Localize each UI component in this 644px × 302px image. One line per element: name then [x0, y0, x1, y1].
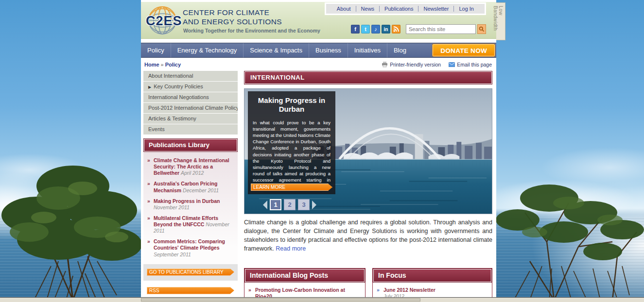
read-more-link[interactable]: Read more [276, 245, 306, 252]
background-trees-right [496, 174, 644, 302]
blog-box-header: International Blog Posts [244, 268, 365, 283]
go-to-publications-library-button[interactable]: GO TO PUBLICATIONS LIBRARY [147, 268, 234, 276]
slide-page-2[interactable]: 2 [284, 199, 296, 210]
nav-item-initiatives[interactable]: Initiatives [348, 43, 387, 57]
itunes-icon[interactable]: ♪ [371, 25, 380, 34]
main-column: INTERNATIONAL [244, 71, 492, 302]
slide-page-3[interactable]: 3 [298, 199, 310, 210]
logo-title-line1: CENTER FOR CLIMATE [183, 8, 282, 17]
bullet-icon: » [377, 287, 380, 294]
breadcrumb: Home»Policy [144, 62, 181, 67]
sidebar-item-international-negotiations[interactable]: International Negotiations [143, 92, 238, 102]
utility-link-about[interactable]: About [332, 6, 356, 12]
publication-date: December 2011 [183, 187, 219, 193]
feature-slider: Making Progress in Durban In what could … [244, 88, 492, 214]
printer-friendly-link[interactable]: Printer-friendly version [382, 62, 441, 67]
intro-paragraph: Climate change is a global challenge and… [244, 218, 492, 253]
publication-item: » Making Progress in Durban November 201… [147, 198, 235, 211]
slider-pagination: 1 2 3 [263, 199, 316, 210]
publication-link[interactable]: Common Metrics: Comparing Countries' Cli… [154, 238, 225, 251]
publications-list: » Climate Change & International Securit… [143, 152, 238, 264]
main-nav: Policy Energy & Technology Science & Imp… [141, 43, 496, 58]
in-focus-header: In Focus [373, 268, 492, 283]
bullet-icon: » [248, 287, 251, 294]
horizontal-scrollbar[interactable] [0, 297, 644, 302]
search-button[interactable] [477, 24, 486, 34]
breadcrumb-home-link[interactable]: Home [144, 62, 159, 67]
in-focus-link[interactable]: June 2012 Newsletter [383, 287, 435, 293]
nav-item-science-impacts[interactable]: Science & Impacts [243, 43, 309, 57]
publication-item: » Common Metrics: Comparing Countries' C… [147, 238, 235, 257]
rss-icon[interactable] [392, 25, 400, 34]
social-search-row: f t ♪ in [351, 24, 486, 34]
page-tools: Printer-friendly version Email this page [382, 62, 492, 67]
email-page-link[interactable]: Email this page [449, 62, 492, 67]
content-area: Home»Policy Printer-friendly version Ema… [141, 58, 496, 302]
bullet-icon: » [147, 238, 150, 245]
logo-acronym: C2ES [146, 14, 182, 29]
breadcrumb-row: Home»Policy Printer-friendly version Ema… [143, 62, 496, 67]
publication-link[interactable]: Making Progress in Durban [154, 198, 220, 204]
slide-overlay: Making Progress in Durban In what could … [248, 91, 335, 194]
twitter-icon[interactable]: t [361, 25, 370, 34]
breadcrumb-current[interactable]: Policy [165, 62, 181, 67]
donate-now-button[interactable]: DONATE NOW [433, 44, 495, 56]
slide-description: In what could prove to be a key transiti… [248, 114, 335, 189]
sidebar-item-articles-testimony[interactable]: Articles & Testimony [143, 114, 238, 124]
section-title: INTERNATIONAL [244, 71, 492, 84]
magnifier-icon [479, 26, 485, 32]
rss-button[interactable]: RSS [147, 287, 234, 294]
utility-nav: About News Publications Newsletter Log I… [325, 2, 486, 15]
expand-arrow-icon: ▶ [148, 85, 151, 89]
printer-icon [382, 62, 388, 67]
previous-slide-icon[interactable] [263, 201, 267, 209]
next-slide-icon[interactable] [312, 201, 316, 209]
nav-item-energy-technology[interactable]: Energy & Technology [171, 43, 244, 57]
go-strip: GO TO PUBLICATIONS LIBRARY [143, 264, 238, 281]
publication-date: April 2012 [181, 170, 204, 176]
background-trees-left [0, 159, 141, 302]
scrollbar-thumb[interactable] [141, 298, 420, 302]
low-bandwidth-tab[interactable]: Low Bandwidth [496, 2, 505, 40]
publication-item: » Australia's Carbon Pricing Mechanism D… [147, 181, 235, 193]
logo-title-line2: AND ENERGY SOLUTIONS [183, 17, 282, 27]
rss-wrap: RSS [143, 281, 238, 294]
publications-library-header: Publications Library [143, 138, 238, 152]
sidebar-item-about-international[interactable]: About International [143, 71, 238, 81]
breadcrumb-separator: » [159, 62, 165, 67]
logo-title: CENTER FOR CLIMATE AND ENERGY SOLUTIONS [183, 8, 282, 27]
bullet-icon: » [147, 157, 150, 164]
search-input[interactable] [406, 24, 476, 34]
bullet-icon: » [147, 215, 150, 221]
publication-item: » Climate Change & International Securit… [147, 157, 235, 176]
publication-item: » Multilateral Climate Efforts Beyond th… [147, 215, 235, 234]
utility-link-login[interactable]: Log In [453, 6, 479, 12]
bullet-icon: » [147, 198, 150, 204]
publication-date: November 2011 [154, 204, 190, 210]
sidebar-item-events[interactable]: Events [143, 124, 238, 134]
nav-item-blog[interactable]: Blog [387, 43, 413, 57]
utility-link-news[interactable]: News [356, 6, 380, 12]
facebook-icon[interactable]: f [351, 25, 360, 34]
sidebar: About International ▶Key Country Policie… [143, 71, 238, 302]
email-icon [449, 62, 455, 67]
utility-link-newsletter[interactable]: Newsletter [418, 6, 453, 12]
linkedin-icon[interactable]: in [382, 25, 390, 34]
site-header: C2ES CENTER FOR CLIMATE AND ENERGY SOLUT… [141, 2, 496, 39]
bullet-icon: » [147, 181, 150, 187]
logo-tagline: Working Together for the Environment and… [183, 28, 320, 34]
slide-title: Making Progress in Durban [248, 91, 335, 114]
learn-more-button[interactable]: LEARN MORE [251, 184, 332, 191]
slide-page-1[interactable]: 1 [270, 199, 281, 210]
utility-link-publications[interactable]: Publications [379, 6, 418, 12]
nav-item-policy[interactable]: Policy [141, 43, 171, 57]
sidebar-item-key-country-policies[interactable]: ▶Key Country Policies [143, 82, 238, 92]
publication-date: September 2011 [154, 252, 191, 257]
sidebar-item-post-2012-policy[interactable]: Post-2012 International Climate Policy [143, 103, 238, 113]
page-container: C2ES CENTER FOR CLIMATE AND ENERGY SOLUT… [141, 0, 496, 302]
nav-item-business[interactable]: Business [309, 43, 348, 57]
